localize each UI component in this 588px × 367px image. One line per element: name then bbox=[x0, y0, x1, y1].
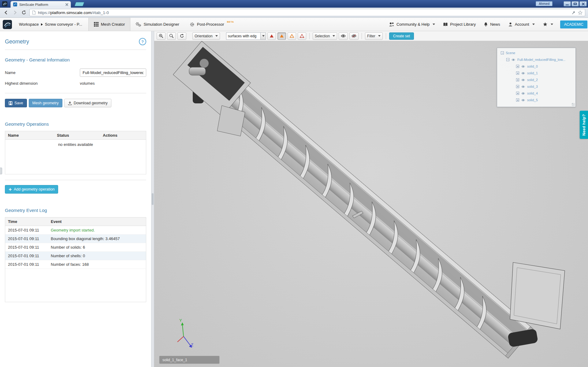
tree-item-solid[interactable]: solid_5 bbox=[498, 97, 574, 103]
url-scheme: https:// bbox=[38, 10, 50, 15]
refresh-view-button[interactable] bbox=[177, 32, 186, 40]
beta-badge: BETA bbox=[227, 20, 234, 23]
news-link[interactable]: News bbox=[480, 22, 504, 27]
panel-resize-handle[interactable] bbox=[152, 193, 154, 205]
pick-face-button[interactable] bbox=[277, 32, 286, 40]
axis-z-label: Z bbox=[191, 343, 193, 347]
bookmark-star-icon[interactable] bbox=[578, 10, 582, 15]
collapse-icon[interactable] bbox=[506, 58, 509, 61]
menu-label: Community & Help bbox=[396, 22, 430, 27]
orientation-button[interactable]: Orientation bbox=[192, 32, 220, 40]
visibility-eye-icon[interactable] bbox=[521, 72, 525, 75]
save-button[interactable]: Save bbox=[5, 99, 27, 107]
mesh-geometry-button[interactable]: Mesh geometry bbox=[29, 99, 62, 107]
tree-item-model[interactable]: Full-Model_reducedFilling_low... bbox=[498, 56, 574, 63]
url-omnibox[interactable]: https://platform.simscale.com/#tab_1-0 bbox=[29, 9, 585, 16]
download-geometry-button[interactable]: Download geometry bbox=[64, 99, 111, 107]
tree-item-solid[interactable]: solid_2 bbox=[498, 76, 574, 83]
show-selection-button[interactable] bbox=[339, 32, 348, 40]
breadcrumb-arrow-icon bbox=[41, 23, 43, 26]
simscale-logo[interactable] bbox=[0, 18, 15, 31]
expand-icon[interactable] bbox=[516, 92, 519, 95]
pin-icon[interactable] bbox=[571, 11, 575, 15]
geometry-name-input[interactable] bbox=[80, 69, 146, 77]
ops-column-status: Status bbox=[54, 131, 100, 139]
pick-face-icon bbox=[280, 34, 284, 38]
visibility-eye-icon[interactable] bbox=[511, 58, 515, 61]
selection-button[interactable]: Selection bbox=[313, 32, 337, 40]
visibility-eye-icon[interactable] bbox=[521, 92, 525, 95]
tree-resize-grip[interactable] bbox=[572, 103, 575, 106]
render-mode-select[interactable]: surfaces with edg bbox=[226, 32, 266, 40]
browser-profile-badge[interactable]: Ahmed bbox=[536, 1, 553, 6]
zoom-fit-button[interactable] bbox=[167, 32, 176, 40]
visibility-eye-icon[interactable] bbox=[521, 65, 525, 68]
axis-y-label: Y bbox=[179, 318, 182, 323]
visibility-eye-icon[interactable] bbox=[521, 99, 525, 102]
close-button[interactable] bbox=[579, 1, 587, 6]
tree-label: Scene bbox=[506, 51, 515, 55]
button-label: Orientation bbox=[195, 34, 213, 38]
community-help-menu[interactable]: Community & Help bbox=[385, 22, 439, 27]
favorites-menu[interactable] bbox=[539, 22, 557, 27]
need-help-label: Need help? bbox=[582, 114, 586, 135]
need-help-tab[interactable]: Need help? bbox=[580, 111, 588, 139]
pick-edge-button[interactable] bbox=[288, 32, 296, 40]
maximize-button[interactable] bbox=[571, 1, 579, 6]
tree-item-solid[interactable]: solid_4 bbox=[498, 90, 574, 97]
name-label: Name bbox=[5, 70, 80, 75]
pick-volume-button[interactable] bbox=[267, 32, 276, 40]
tree-item-solid[interactable]: solid_0 bbox=[498, 63, 574, 70]
tree-item-scene[interactable]: Scene bbox=[498, 50, 574, 56]
breadcrumb-project[interactable]: Screw conveyor - P... bbox=[45, 22, 82, 27]
account-menu[interactable]: Account bbox=[504, 22, 539, 27]
help-button[interactable]: ? bbox=[139, 38, 146, 45]
viewport-canvas[interactable]: Scene Full-Model_reducedFilling_low... s… bbox=[154, 41, 588, 367]
person-icon bbox=[508, 22, 513, 27]
minimize-button[interactable] bbox=[564, 1, 571, 6]
tree-label: solid_1 bbox=[527, 71, 538, 75]
browser-tab[interactable]: SimScale Platform bbox=[10, 1, 71, 8]
app-tabs: Mesh Creator Simulation Designer Post-Pr… bbox=[88, 18, 239, 31]
event-log-table: Time Event 2015-07-01 09:11 Geometry imp… bbox=[5, 217, 146, 302]
eye-off-icon bbox=[352, 34, 356, 38]
collapse-icon[interactable] bbox=[501, 51, 504, 54]
filter-button[interactable]: Filter bbox=[365, 32, 383, 40]
tab-close-icon[interactable] bbox=[65, 3, 68, 6]
pick-vertex-button[interactable] bbox=[298, 32, 306, 40]
add-geometry-operation-button[interactable]: Add geometry operation bbox=[5, 185, 58, 194]
nav-right-section: Community & Help Project Library News bbox=[385, 18, 588, 31]
tab-simulation-designer[interactable]: Simulation Designer bbox=[130, 18, 184, 31]
chevron-down-icon bbox=[532, 24, 535, 25]
expand-icon[interactable] bbox=[516, 72, 519, 75]
tab-post-processor[interactable]: Post-Processor BETA bbox=[184, 18, 239, 31]
expand-icon[interactable] bbox=[516, 85, 519, 88]
back-button[interactable] bbox=[3, 9, 9, 16]
expand-icon[interactable] bbox=[516, 65, 519, 68]
download-icon bbox=[68, 101, 72, 105]
expand-icon[interactable] bbox=[516, 78, 519, 81]
new-tab-button[interactable] bbox=[75, 2, 84, 6]
tree-label: solid_2 bbox=[527, 78, 538, 82]
zoom-in-button[interactable] bbox=[157, 32, 166, 40]
tab-mesh-creator[interactable]: Mesh Creator bbox=[88, 18, 131, 31]
log-column-event: Event bbox=[48, 217, 146, 226]
visibility-eye-icon[interactable] bbox=[521, 85, 525, 88]
panel-collapse-notch[interactable] bbox=[0, 168, 2, 174]
project-library-link[interactable]: Project Library bbox=[439, 22, 480, 27]
log-event: Number of shells: 0 bbox=[48, 252, 146, 260]
tree-label: solid_3 bbox=[527, 85, 538, 88]
forward-button[interactable] bbox=[12, 9, 18, 16]
create-set-button[interactable]: Create set bbox=[389, 32, 414, 40]
breadcrumb-workspace[interactable]: Workspace bbox=[19, 22, 39, 27]
expand-icon[interactable] bbox=[516, 98, 519, 102]
visibility-eye-icon[interactable] bbox=[521, 79, 525, 81]
operations-table: Name Status Actions no entities availabl… bbox=[5, 131, 146, 174]
panel-divider[interactable] bbox=[151, 31, 154, 367]
address-bar: https://platform.simscale.com/#tab_1-0 bbox=[0, 8, 588, 18]
tree-item-solid[interactable]: solid_1 bbox=[498, 70, 574, 76]
hide-selection-button[interactable] bbox=[349, 32, 359, 40]
tree-item-solid[interactable]: solid_3 bbox=[498, 83, 574, 90]
hover-entity-tooltip: solid_1_face_1 bbox=[159, 356, 220, 364]
reload-button[interactable] bbox=[20, 9, 27, 16]
